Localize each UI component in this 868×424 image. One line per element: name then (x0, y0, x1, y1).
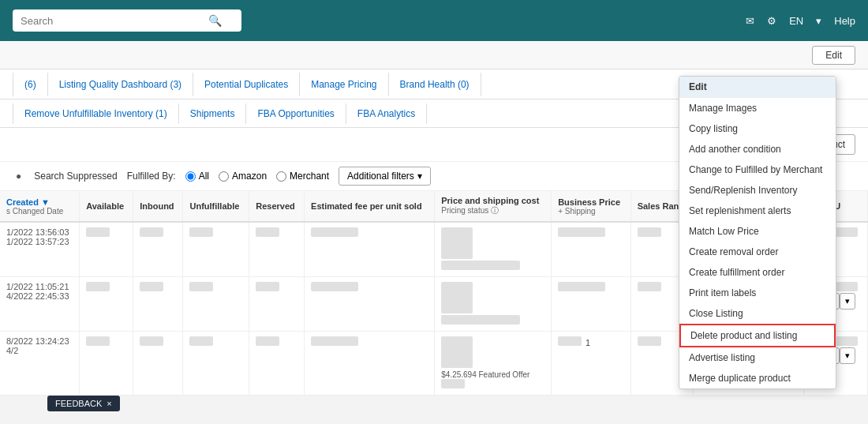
col-estimated-fee: Estimated fee per unit sold (305, 191, 435, 222)
search-suppressed-label: Search Suppressed (34, 171, 117, 182)
cell-reserved-3 (249, 332, 305, 396)
radio-merchant[interactable]: Merchant (276, 171, 329, 182)
tab-count[interactable]: (6) (13, 73, 48, 96)
filter-search-suppressed-label: ● (13, 171, 24, 182)
col-available: Available (80, 191, 133, 222)
language-dropdown-icon[interactable]: ▾ (816, 15, 821, 27)
row-edit-dropdown-button-3[interactable]: ▾ (840, 347, 855, 364)
context-menu-item-merge-duplicate[interactable]: Merge duplicate product (679, 368, 836, 388)
edit-button[interactable]: Edit (812, 46, 855, 65)
additional-filters-label: Additional filters (347, 171, 414, 182)
edit-row: Edit (0, 41, 868, 69)
cell-date-3: 8/2022 13:24:23 4/2 (0, 332, 80, 396)
cell-fee-1 (305, 222, 435, 277)
top-bar-right: ✉ ⚙ EN ▾ Help (746, 15, 855, 27)
cell-inbound-1 (133, 222, 183, 277)
tab-fba-analytics[interactable]: FBA Analytics (346, 103, 427, 124)
context-menu-item-match-low-price[interactable]: Match Low Price (679, 221, 836, 242)
mail-icon[interactable]: ✉ (746, 15, 754, 27)
tab-fba-opportunities[interactable]: FBA Opportunities (246, 103, 346, 124)
context-menu: Edit Manage Images Copy listing Add anot… (679, 76, 836, 389)
context-menu-item-edit[interactable]: Edit (679, 77, 836, 98)
col-business-price: Business Price + Shipping (552, 191, 631, 222)
additional-filters-chevron-icon: ▾ (417, 171, 422, 182)
cell-inbound-3 (133, 332, 183, 396)
context-menu-item-set-replenishment[interactable]: Set replenishment alerts (679, 201, 836, 221)
feedback-close-icon[interactable]: × (107, 399, 111, 408)
col-price-shipping: Price and shipping cost Pricing status ⓘ (435, 191, 552, 222)
cell-reserved-1 (249, 222, 305, 277)
cell-price-3: $4.25.694 Featured Offer (435, 332, 552, 396)
fulfilled-by-label: Fulfilled By: (127, 171, 176, 182)
radio-all[interactable]: All (185, 171, 209, 182)
cell-available-2 (80, 277, 133, 332)
context-menu-item-manage-images[interactable]: Manage Images (679, 98, 836, 118)
language-selector[interactable]: EN (789, 15, 803, 27)
cell-date-1: 1/2022 13:56:03 1/2022 13:57:23 (0, 222, 80, 277)
cell-business-price-2 (552, 277, 631, 332)
tab-remove-unfulfillable[interactable]: Remove Unfulfillable Inventory (1) (13, 103, 179, 124)
tab-potential-duplicates[interactable]: Potential Duplicates (193, 73, 300, 96)
col-created[interactable]: Created ▼ s Changed Date (0, 191, 80, 222)
cell-reserved-2 (249, 277, 305, 332)
context-menu-item-close-listing[interactable]: Close Listing (679, 303, 836, 324)
col-reserved: Reserved (249, 191, 305, 222)
search-box[interactable]: 🔍 (13, 9, 241, 32)
cell-available-1 (80, 222, 133, 277)
cell-business-price-1 (552, 222, 631, 277)
cell-available-3 (80, 332, 133, 396)
top-bar: 🔍 ✉ ⚙ EN ▾ Help (0, 0, 868, 41)
radio-amazon[interactable]: Amazon (219, 171, 267, 182)
col-unfulfillable: Unfulfillable (183, 191, 249, 222)
context-menu-item-copy-listing[interactable]: Copy listing (679, 118, 836, 139)
context-menu-item-delete-product[interactable]: Delete product and listing (679, 324, 836, 347)
cell-date-2: 1/2022 11:05:21 4/2022 22:45:33 (0, 277, 80, 332)
gear-icon[interactable]: ⚙ (767, 15, 776, 27)
tab-listing-quality-dashboard[interactable]: Listing Quality Dashboard (3) (48, 73, 193, 96)
feedback-button[interactable]: FEEDBACK × (47, 396, 120, 411)
fulfilled-by-radio-group: All Amazon Merchant (185, 171, 329, 182)
cell-inbound-2 (133, 277, 183, 332)
cell-unfulfillable-3 (183, 332, 249, 396)
cell-price-1 (435, 222, 552, 277)
cell-business-price-3: 1 (552, 332, 631, 396)
context-menu-item-create-fulfillment[interactable]: Create fulfillment order (679, 262, 836, 283)
context-menu-item-send-replenish[interactable]: Send/Replenish Inventory (679, 180, 836, 201)
help-link[interactable]: Help (834, 15, 855, 27)
tab-shipments[interactable]: Shipments (179, 103, 247, 124)
row-edit-dropdown-button[interactable]: ▾ (840, 293, 855, 310)
feedback-label: FEEDBACK (55, 399, 102, 408)
search-icon[interactable]: 🔍 (208, 14, 222, 27)
cell-unfulfillable-1 (183, 222, 249, 277)
context-menu-item-print-labels[interactable]: Print item labels (679, 283, 836, 303)
tab-brand-health[interactable]: Brand Health (0) (389, 73, 481, 96)
search-input[interactable] (21, 15, 202, 27)
cell-fee-2 (305, 277, 435, 332)
col-inbound: Inbound (133, 191, 183, 222)
context-menu-item-change-fulfilled[interactable]: Change to Fulfilled by Merchant (679, 159, 836, 180)
context-menu-item-create-removal[interactable]: Create removal order (679, 242, 836, 262)
tab-manage-pricing[interactable]: Manage Pricing (300, 73, 388, 96)
cell-unfulfillable-2 (183, 277, 249, 332)
cell-price-2 (435, 277, 552, 332)
context-menu-item-add-condition[interactable]: Add another condition (679, 139, 836, 159)
context-menu-item-advertise[interactable]: Advertise listing (679, 347, 836, 368)
additional-filters-button[interactable]: Additional filters ▾ (339, 167, 431, 186)
cell-fee-3 (305, 332, 435, 396)
